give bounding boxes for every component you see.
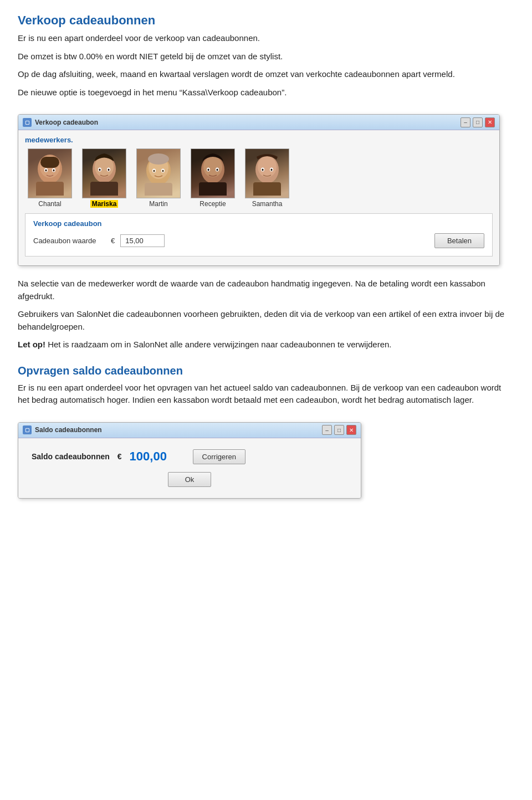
saldo-window-title-area: ▢ Saldo cadeaubonnen	[23, 425, 102, 434]
verkoop-section-title: Verkoop cadeaubon	[33, 219, 484, 228]
svg-point-9	[95, 156, 114, 177]
svg-rect-22	[145, 183, 172, 196]
ok-row: Ok	[32, 472, 347, 487]
verkoop-cadeaubon-window: ▢ Verkoop cadeaubon – □ ✕ medewerkers.	[18, 114, 500, 266]
staff-item-samantha[interactable]: Samantha	[242, 148, 292, 208]
after-window-para1: Na selectie van de medewerker wordt de w…	[18, 278, 514, 302]
staff-photo-chantal	[28, 148, 72, 198]
saldo-window-body: Saldo cadeaubonnen € 100,00 Corrigeren O…	[18, 438, 361, 498]
saldo-window-titlebar: ▢ Saldo cadeaubonnen – □ ✕	[18, 423, 361, 438]
saldo-value: 100,00	[130, 449, 185, 464]
svg-point-35	[271, 169, 273, 171]
intro-para4: De nieuwe optie is toegevoegd in het men…	[18, 86, 514, 99]
svg-point-6	[53, 170, 55, 172]
staff-name-chantal: Chantal	[38, 200, 61, 208]
cadeaubon-label: Cadeaubon waarde	[33, 237, 105, 245]
warning-rest: Het is raadzaam om in SalonNet alle ande…	[45, 340, 392, 349]
staff-item-martin[interactable]: Martin	[134, 148, 183, 208]
svg-rect-7	[36, 182, 64, 196]
warning-bold: Let op!	[18, 340, 45, 349]
saldo-restore-button[interactable]: □	[334, 425, 344, 435]
svg-point-17	[148, 153, 169, 165]
restore-button[interactable]: □	[473, 117, 483, 127]
svg-point-12	[99, 169, 101, 171]
verkoop-cadeaubon-section: Verkoop cadeaubon Cadeaubon waarde € 15,…	[25, 213, 493, 257]
saldo-cadeaubonnen-window: ▢ Saldo cadeaubonnen – □ ✕ Saldo cadeaub…	[18, 422, 361, 499]
saldo-close-button[interactable]: ✕	[346, 425, 356, 435]
staff-item-receptie[interactable]: Receptie	[188, 148, 238, 208]
staff-photo-martin	[136, 148, 181, 198]
corrigeren-button[interactable]: Corrigeren	[193, 449, 245, 464]
svg-rect-29	[199, 182, 227, 196]
staff-photo-receptie	[191, 148, 235, 198]
saldo-intro: Er is nu een apart onderdeel voor het op…	[18, 382, 514, 407]
staff-name-receptie: Receptie	[200, 200, 226, 208]
staff-row: Chantal Maris	[25, 148, 493, 208]
saldo-window-controls: – □ ✕	[322, 425, 356, 435]
window-title-area: ▢ Verkoop cadeaubon	[23, 118, 98, 127]
intro-para3: Op de dag afsluiting, week, maand en kwa…	[18, 68, 514, 81]
staff-item-mariska[interactable]: Mariska	[79, 148, 129, 208]
page-title: Verkoop cadeaubonnen	[18, 13, 514, 28]
warning-para: Let op! Het is raadzaam om in SalonNet a…	[18, 339, 514, 351]
svg-point-5	[45, 170, 47, 172]
medewerkers-label: medewerkers.	[25, 136, 493, 144]
saldo-minimize-button[interactable]: –	[322, 425, 332, 435]
after-window-para2: Gebruikers van SalonNet die cadeaubonnen…	[18, 308, 514, 333]
section-title-saldo: Opvragen saldo cadeaubonnen	[18, 365, 514, 377]
betalen-button[interactable]: Betalen	[434, 233, 484, 248]
svg-point-20	[154, 170, 155, 172]
minimize-button[interactable]: –	[461, 117, 470, 127]
saldo-window-title-label: Saldo cadeaubonnen	[35, 426, 102, 434]
cadeaubon-row: Cadeaubon waarde € 15,00 Betalen	[33, 233, 484, 248]
staff-photo-mariska	[82, 148, 126, 198]
staff-name-samantha: Samantha	[252, 200, 283, 208]
svg-point-31	[258, 156, 277, 177]
cadeaubon-value[interactable]: 15,00	[120, 234, 165, 247]
staff-photo-samantha	[245, 148, 289, 198]
saldo-row: Saldo cadeaubonnen € 100,00 Corrigeren	[32, 449, 347, 464]
svg-point-28	[217, 169, 218, 171]
intro-para1: Er is nu een apart onderdeel voor de ver…	[18, 32, 514, 45]
saldo-window-icon: ▢	[23, 425, 32, 434]
staff-name-mariska: Mariska	[90, 200, 119, 208]
intro-para2: De omzet is btw 0.00% en wordt NIET gete…	[18, 50, 514, 63]
saldo-label: Saldo cadeaubonnen	[32, 452, 110, 461]
euro-sign: €	[111, 237, 115, 245]
window-body: medewerkers. Ch	[18, 130, 499, 265]
svg-point-24	[203, 156, 222, 177]
staff-item-chantal[interactable]: Chantal	[25, 148, 75, 208]
close-button[interactable]: ✕	[485, 117, 495, 127]
svg-point-34	[262, 169, 264, 171]
window-icon: ▢	[23, 118, 32, 127]
svg-point-27	[208, 169, 209, 171]
staff-name-martin: Martin	[149, 200, 167, 208]
window-controls: – □ ✕	[461, 117, 495, 127]
window-titlebar: ▢ Verkoop cadeaubon – □ ✕	[18, 115, 499, 130]
window-title-label: Verkoop cadeaubon	[35, 119, 98, 126]
ok-button[interactable]: Ok	[168, 472, 212, 487]
svg-rect-14	[90, 182, 118, 196]
svg-point-13	[108, 169, 110, 171]
saldo-euro: €	[117, 452, 122, 461]
svg-rect-2	[40, 157, 59, 168]
svg-rect-36	[253, 182, 281, 196]
svg-point-21	[162, 170, 164, 172]
